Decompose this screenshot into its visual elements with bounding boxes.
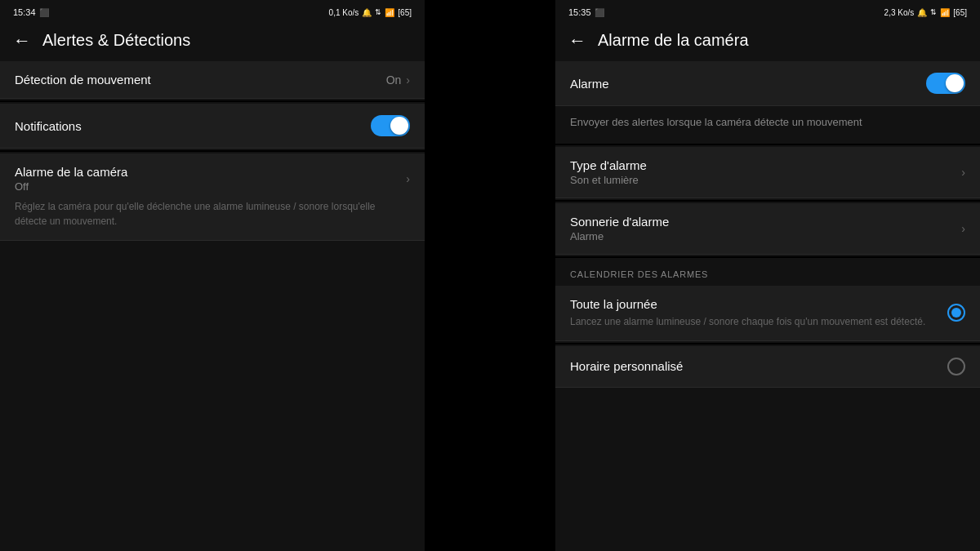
gap-divider <box>425 0 555 551</box>
toute-journee-desc: Lancez une alarme lumineuse / sonore cha… <box>570 314 938 329</box>
up-down-icon-left: ⇅ <box>375 8 381 16</box>
divider-2 <box>0 150 425 152</box>
list-item-sonnerie[interactable]: Sonnerie d'alarme Alarme › <box>555 203 980 255</box>
page-title-left: Alertes & Détections <box>42 31 190 50</box>
content-left: Détection de mouvement On › Notification… <box>0 61 425 551</box>
status-time-right: 15:35 ⬛ <box>568 7 604 17</box>
record-icon-right: ⬛ <box>595 8 604 17</box>
sound-icon-left: 🔔 <box>362 8 372 17</box>
sonnerie-chevron: › <box>961 222 965 235</box>
status-time-left: 15:34 ⬛ <box>13 7 49 17</box>
section-label-calendrier: CALENDRIER DES ALARMES <box>555 260 980 286</box>
back-button-left[interactable]: ← <box>13 32 31 50</box>
wifi-icon-left: 📶 <box>385 8 394 17</box>
detection-title: Détection de mouvement <box>15 73 151 87</box>
sonnerie-subtitle: Alarme <box>570 230 669 242</box>
alarme-desc: Réglez la caméra pour qu'elle déclenche … <box>15 199 410 229</box>
list-item-alarme[interactable]: Alarme de la caméra Off › Réglez la camé… <box>0 153 425 241</box>
list-item-type-alarme[interactable]: Type d'alarme Son et lumière › <box>555 147 980 198</box>
type-alarme-chevron: › <box>961 166 965 179</box>
page-title-right: Alarme de la caméra <box>598 31 749 50</box>
record-icon-left: ⬛ <box>39 8 49 17</box>
radio-horaire[interactable] <box>947 358 965 375</box>
detection-chevron: › <box>406 73 410 87</box>
divider-r3 <box>555 256 980 258</box>
toute-journee-title: Toute la journée <box>570 297 938 311</box>
status-icons-left: 0,1 Ko/s 🔔 ⇅ 📶 [65] <box>329 8 412 17</box>
detection-value-container: On › <box>386 73 410 87</box>
list-item-detection[interactable]: Détection de mouvement On › <box>0 61 425 99</box>
detection-value: On <box>386 73 402 87</box>
battery-right: [65] <box>953 8 967 17</box>
battery-left: [65] <box>398 8 412 17</box>
alarme-toggle-label: Alarme <box>570 77 609 91</box>
alarme-subtitle: Off <box>15 180 127 193</box>
alarme-description: Envoyer des alertes lorsque la caméra dé… <box>555 108 980 142</box>
status-bar-left: 15:34 ⬛ 0,1 Ko/s 🔔 ⇅ 📶 [65] <box>0 0 425 23</box>
notifications-toggle[interactable] <box>371 115 410 136</box>
divider-r4 <box>555 343 980 344</box>
horaire-title: Horaire personnalisé <box>570 359 938 373</box>
page-header-left: ← Alertes & Détections <box>0 23 425 61</box>
back-button-right[interactable]: ← <box>568 32 586 50</box>
wifi-icon-right: 📶 <box>940 8 950 17</box>
time-left: 15:34 <box>13 7 36 17</box>
notifications-toggle-knob <box>390 117 408 135</box>
list-item-alarme-toggle[interactable]: Alarme <box>555 61 980 106</box>
divider-r2 <box>555 200 980 202</box>
divider-r1 <box>555 144 980 145</box>
panel-right: 15:35 ⬛ 2,3 Ko/s 🔔 ⇅ 📶 [65] ← Alarme de … <box>555 0 980 551</box>
status-bar-right: 15:35 ⬛ 2,3 Ko/s 🔔 ⇅ 📶 [65] <box>555 0 980 23</box>
divider-1 <box>0 100 425 102</box>
content-right: Alarme Envoyer des alertes lorsque la ca… <box>555 61 980 551</box>
time-right: 15:35 <box>568 7 591 17</box>
sound-icon-right: 🔔 <box>917 8 927 17</box>
alarme-toggle[interactable] <box>926 73 965 94</box>
radio-toute-journee[interactable] <box>947 304 965 322</box>
alarme-title: Alarme de la caméra <box>15 165 127 179</box>
page-header-right: ← Alarme de la caméra <box>555 23 980 61</box>
network-speed-right: 2,3 Ko/s <box>884 8 915 17</box>
alarme-chevron: › <box>406 172 410 185</box>
type-alarme-title: Type d'alarme <box>570 158 647 172</box>
notifications-title: Notifications <box>15 119 82 133</box>
list-item-notifications[interactable]: Notifications <box>0 104 425 149</box>
sonnerie-title: Sonnerie d'alarme <box>570 215 669 229</box>
alarme-toggle-knob <box>946 74 964 92</box>
type-alarme-subtitle: Son et lumière <box>570 174 647 186</box>
network-speed-left: 0,1 Ko/s <box>329 8 359 17</box>
list-item-horaire[interactable]: Horaire personnalisé <box>555 346 980 388</box>
status-icons-right: 2,3 Ko/s 🔔 ⇅ 📶 [65] <box>884 8 967 17</box>
panel-left: 15:34 ⬛ 0,1 Ko/s 🔔 ⇅ 📶 [65] ← Alertes & … <box>0 0 425 551</box>
list-item-toute-journee[interactable]: Toute la journée Lancez une alarme lumin… <box>555 286 980 341</box>
up-down-icon-right: ⇅ <box>930 8 937 16</box>
